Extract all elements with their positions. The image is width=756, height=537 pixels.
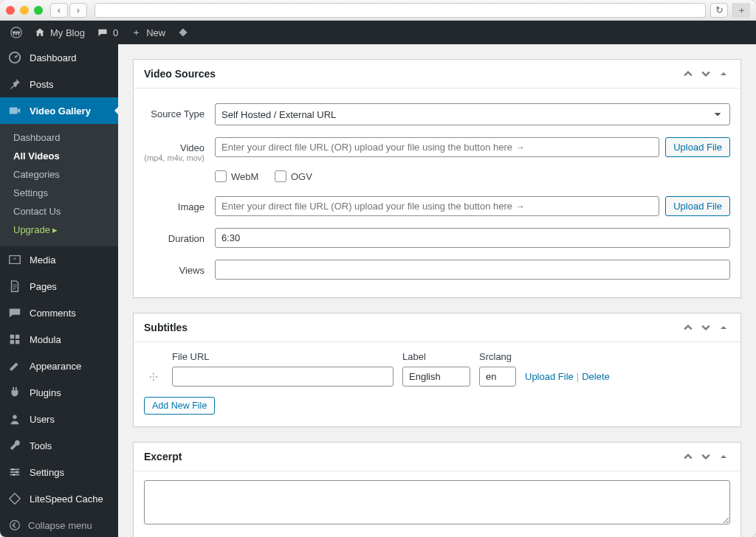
comments-count: 0 bbox=[113, 27, 118, 38]
browser-back-button[interactable]: ‹ bbox=[50, 3, 68, 18]
menu-video-gallery[interactable]: Video Gallery bbox=[0, 97, 118, 124]
wp-logo[interactable] bbox=[4, 21, 28, 44]
panel-down-icon[interactable] bbox=[699, 67, 712, 80]
add-new[interactable]: ＋ New bbox=[124, 21, 171, 44]
browser-new-tab-button[interactable]: ＋ bbox=[732, 3, 750, 18]
traffic-close[interactable] bbox=[6, 6, 15, 15]
excerpt-box: Excerpt Excerpts are optional hand-craft… bbox=[133, 442, 741, 537]
traffic-minimize[interactable] bbox=[20, 6, 29, 15]
views-input[interactable] bbox=[215, 260, 730, 280]
site-link[interactable]: My Blog bbox=[28, 21, 91, 44]
menu-modula[interactable]: Modula bbox=[0, 326, 118, 353]
submenu-upgrade-[interactable]: Upgrade ▸ bbox=[0, 221, 118, 239]
panel-down-icon[interactable] bbox=[699, 450, 712, 463]
dash-icon bbox=[7, 50, 22, 65]
ls-icon bbox=[7, 491, 22, 506]
menu-settings[interactable]: Settings bbox=[0, 459, 118, 485]
col-srclang: Srclang bbox=[479, 351, 516, 362]
submenu-dashboard[interactable]: Dashboard bbox=[0, 128, 118, 147]
media-icon bbox=[7, 252, 22, 267]
menu-pages[interactable]: Pages bbox=[0, 273, 118, 299]
subtitle-label-input[interactable] bbox=[402, 367, 470, 387]
menu-label: Video Gallery bbox=[30, 105, 91, 117]
image-upload-button[interactable]: Upload File bbox=[665, 196, 730, 216]
submenu-all-videos[interactable]: All Videos bbox=[0, 147, 118, 165]
browser-address-bar[interactable] bbox=[94, 3, 706, 18]
add-subtitle-file-button[interactable]: Add New File bbox=[144, 397, 215, 415]
submenu-settings[interactable]: Settings bbox=[0, 184, 118, 202]
panel-up-icon[interactable] bbox=[681, 321, 695, 334]
video-url-input[interactable] bbox=[215, 137, 659, 157]
panel-up-icon[interactable] bbox=[681, 67, 695, 80]
menu-tools[interactable]: Tools bbox=[0, 432, 118, 459]
site-title: My Blog bbox=[50, 27, 85, 38]
image-url-input[interactable] bbox=[215, 196, 659, 216]
menu-appearance[interactable]: Appearance bbox=[0, 353, 118, 379]
menu-label: Plugins bbox=[30, 387, 61, 398]
menu-media[interactable]: Media bbox=[0, 246, 118, 273]
menu-dashboard[interactable]: Dashboard bbox=[0, 44, 118, 71]
users-icon bbox=[7, 412, 22, 426]
subtitle-file-url-input[interactable] bbox=[172, 367, 394, 387]
menu-label: Pages bbox=[30, 281, 57, 292]
subtitle-upload-link[interactable]: Upload File bbox=[525, 371, 574, 382]
label-video: Video bbox=[180, 142, 205, 153]
browser-reload-button[interactable]: ↻ bbox=[710, 3, 728, 18]
comments-bubble[interactable]: 0 bbox=[91, 21, 124, 44]
duration-input[interactable] bbox=[215, 228, 730, 248]
excerpt-title: Excerpt bbox=[144, 451, 182, 462]
menu-label: Appearance bbox=[30, 361, 81, 372]
pin-icon bbox=[7, 77, 22, 91]
appearance-icon bbox=[7, 358, 22, 373]
traffic-zoom[interactable] bbox=[34, 6, 43, 15]
vid-icon bbox=[7, 103, 22, 118]
ogv-checkbox[interactable]: OGV bbox=[275, 170, 312, 182]
menu-posts[interactable]: Posts bbox=[0, 71, 118, 97]
subtitle-row: Upload File|Delete bbox=[144, 367, 730, 387]
menu-label: Settings bbox=[30, 467, 64, 478]
panel-up-icon[interactable] bbox=[681, 450, 695, 463]
settings-icon bbox=[7, 465, 22, 479]
menu-users[interactable]: Users bbox=[0, 406, 118, 432]
adminbar-extra-icon[interactable] bbox=[171, 21, 195, 44]
excerpt-textarea[interactable] bbox=[144, 480, 730, 524]
admin-sidebar: DashboardPostsVideo GalleryDashboardAll … bbox=[0, 44, 118, 537]
webm-checkbox[interactable]: WebM bbox=[215, 170, 258, 182]
svg-rect-7 bbox=[16, 340, 19, 344]
video-upload-button[interactable]: Upload File bbox=[665, 137, 730, 157]
modula-icon bbox=[7, 332, 22, 347]
menu-plugins[interactable]: Plugins bbox=[0, 379, 118, 406]
menu-litespeed-cache[interactable]: LiteSpeed Cache bbox=[0, 485, 118, 512]
subtitle-srclang-input[interactable] bbox=[479, 367, 516, 387]
menu-label: LiteSpeed Cache bbox=[30, 493, 103, 505]
subtitle-delete-link[interactable]: Delete bbox=[582, 371, 610, 382]
comment-icon bbox=[97, 27, 109, 38]
panel-toggle-icon[interactable] bbox=[717, 321, 730, 334]
menu-comments[interactable]: Comments bbox=[0, 299, 118, 326]
tools-icon bbox=[7, 438, 22, 453]
plus-icon: ＋ bbox=[130, 26, 142, 39]
submenu-contact-us[interactable]: Contact Us bbox=[0, 202, 118, 221]
submenu-categories[interactable]: Categories bbox=[0, 165, 118, 184]
plugins-icon bbox=[7, 385, 22, 400]
menu-label: Modula bbox=[30, 334, 61, 345]
video-sources-header: Video Sources bbox=[134, 60, 740, 89]
collapse-menu[interactable]: Collapse menu bbox=[0, 512, 118, 537]
svg-rect-10 bbox=[10, 471, 20, 473]
panel-down-icon[interactable] bbox=[699, 321, 712, 334]
menu-label: Media bbox=[30, 254, 55, 266]
wp-admin-bar: My Blog 0 ＋ New bbox=[0, 21, 756, 44]
comments-icon bbox=[7, 305, 22, 320]
source-type-select[interactable]: Self Hosted / External URL bbox=[215, 103, 730, 125]
browser-forward-button[interactable]: › bbox=[69, 3, 87, 18]
panel-toggle-icon[interactable] bbox=[717, 450, 730, 463]
menu-label: Dashboard bbox=[30, 52, 77, 63]
move-handle-icon[interactable] bbox=[144, 372, 163, 382]
svg-rect-5 bbox=[16, 335, 19, 339]
mac-titlebar: ‹ › ↻ ＋ bbox=[0, 0, 756, 21]
col-label: Label bbox=[402, 351, 470, 362]
subtitles-box: Subtitles File URL Label Srclang bbox=[133, 313, 741, 427]
label-duration: Duration bbox=[144, 228, 215, 244]
panel-toggle-icon[interactable] bbox=[717, 67, 730, 80]
video-sources-box: Video Sources Source Type Self Hosted / … bbox=[133, 59, 741, 298]
